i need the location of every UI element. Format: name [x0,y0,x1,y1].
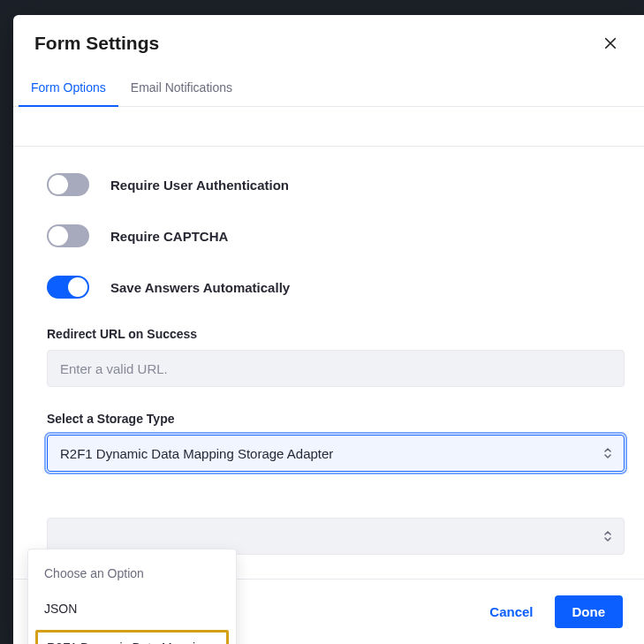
toggle-row-auth: Require User Authentication [33,173,625,196]
modal-title: Form Settings [34,33,159,54]
redirect-url-label: Redirect URL on Success [47,327,625,341]
toggle-require-auth[interactable] [47,173,89,196]
storage-type-label: Select a Storage Type [47,412,625,426]
close-button[interactable] [598,31,623,56]
cancel-button[interactable]: Cancel [489,604,533,619]
storage-type-group: Select a Storage Type R2F1 Dynamic Data … [33,412,625,472]
toggle-save-auto[interactable] [47,276,89,299]
close-icon [602,35,618,51]
storage-type-select-wrap: R2F1 Dynamic Data Mapping Storage Adapte… [47,435,625,472]
toggle-row-autosave: Save Answers Automatically [33,276,625,299]
storage-type-value: R2F1 Dynamic Data Mapping Storage Adapte… [60,446,333,461]
sort-icon [603,530,612,542]
toggle-row-captcha: Require CAPTCHA [33,224,625,247]
modal-header: Form Settings [13,15,644,72]
tab-email-notifications[interactable]: Email Notifications [118,72,245,107]
tab-form-options[interactable]: Form Options [19,72,118,107]
tabs: Form Options Email Notifications [13,72,644,107]
dropdown-option-json[interactable]: JSON [28,592,236,627]
dropdown-placeholder: Choose an Option [28,557,236,592]
form-settings-modal: Form Settings Form Options Email Notific… [13,15,644,644]
toggle-label: Save Answers Automatically [110,280,290,295]
sort-icon [603,447,612,459]
toggle-label: Require User Authentication [110,178,289,193]
modal-body: Require User Authentication Require CAPT… [13,107,644,580]
redirect-url-input[interactable] [47,350,625,387]
storage-type-select[interactable]: R2F1 Dynamic Data Mapping Storage Adapte… [47,435,625,472]
toggle-label: Require CAPTCHA [110,229,228,244]
storage-type-dropdown: Choose an Option JSON R2F1 Dynamic Data … [27,549,237,644]
redirect-url-group: Redirect URL on Success [33,327,625,387]
divider [13,146,644,147]
toggle-require-captcha[interactable] [47,224,89,247]
done-button[interactable]: Done [555,595,624,628]
dropdown-option-r2f1[interactable]: R2F1 Dynamic Data Mapping Storage Adapte… [35,630,229,644]
